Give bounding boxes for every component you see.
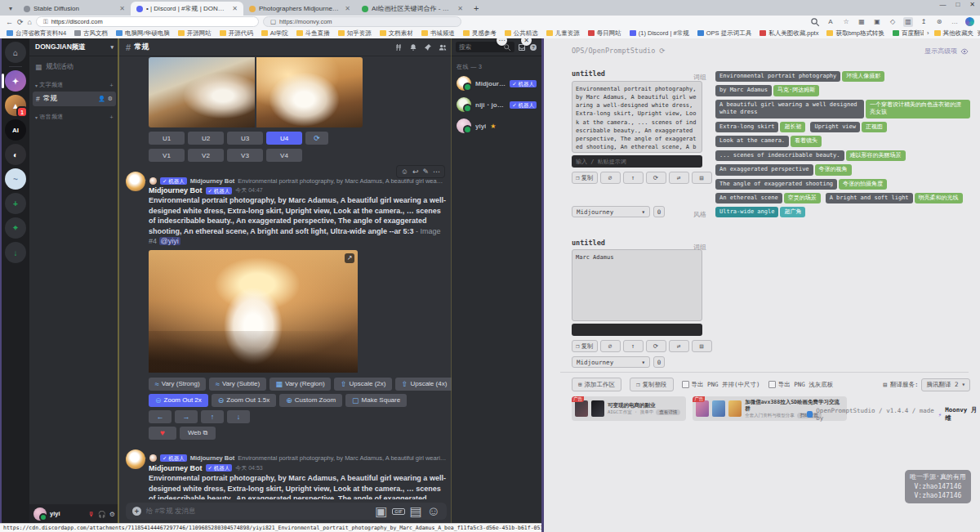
bookmark-item-16[interactable]: 私人美图收藏.pptx bbox=[760, 29, 818, 38]
edit-icon[interactable]: ✎ bbox=[422, 168, 429, 176]
threads-icon[interactable] bbox=[394, 43, 403, 51]
add-workspace-button[interactable]: ⊞添加工作区 bbox=[572, 378, 621, 391]
bookmark-item-5[interactable]: AI学院 bbox=[261, 29, 288, 38]
variation-button-v3[interactable]: V3 bbox=[227, 149, 263, 162]
share-icon[interactable]: ↥ bbox=[919, 17, 929, 27]
emoji-icon[interactable]: ☺ bbox=[427, 504, 440, 519]
upscale-button-u1[interactable]: U1 bbox=[149, 132, 185, 145]
gift-icon[interactable]: ▣ bbox=[375, 503, 387, 519]
bookmark-item-7[interactable]: 知乎资源 bbox=[338, 29, 372, 38]
upscale-button-u4[interactable]: U4 bbox=[266, 132, 302, 145]
channel-item-changgui[interactable]: # 常规 👤 ⚙ bbox=[33, 92, 116, 106]
extensions-icon[interactable]: ⊛ bbox=[934, 17, 944, 27]
prompt-tag[interactable]: ... scenes of indescribable beauty.难以形容的… bbox=[715, 150, 906, 161]
toolbar-search-icon[interactable] bbox=[810, 17, 820, 27]
prompt-output-bar-2[interactable] bbox=[572, 324, 702, 336]
arrow-pan-button[interactable]: ← bbox=[149, 410, 172, 423]
browser-tab-2[interactable]: Photographers Midjourney 关键词✕ bbox=[243, 2, 356, 16]
midjourney-upscaled-image[interactable]: ↗ bbox=[149, 250, 358, 373]
explore-servers-button[interactable]: ⌖ bbox=[5, 217, 26, 239]
tab-close-icon[interactable]: ✕ bbox=[345, 5, 350, 12]
upscale-button-u2[interactable]: U2 bbox=[188, 132, 224, 145]
help-icon[interactable]: ? bbox=[529, 43, 537, 51]
mic-muted-icon[interactable]: 🎙 bbox=[88, 511, 95, 518]
reply-icon[interactable]: ↩ bbox=[412, 168, 419, 176]
engine-select-2[interactable]: Midjourney▾ bbox=[572, 356, 650, 368]
workspace-2-name[interactable]: untitled bbox=[572, 239, 605, 247]
tab-close-icon[interactable]: ✕ bbox=[457, 5, 463, 12]
address-field-secondary[interactable]: ▢ https://moonvy.com bbox=[263, 16, 461, 27]
prompt-textarea-2[interactable]: Marc Adamus bbox=[572, 249, 702, 321]
up-button[interactable]: ↑ bbox=[623, 172, 644, 184]
zoom-out-1-5x-button[interactable]: ⊖Zoom Out 1.5x bbox=[212, 394, 276, 407]
bookmark-item-10[interactable]: 灵感参考 bbox=[463, 29, 497, 38]
member-list-icon[interactable] bbox=[439, 43, 447, 51]
tab-search-icon[interactable]: ▾ bbox=[5, 2, 16, 14]
new-tab-button[interactable]: + bbox=[474, 3, 479, 13]
channel-settings-gear-icon[interactable]: ⚙ bbox=[108, 96, 113, 102]
midjourney-grid-image[interactable] bbox=[149, 57, 363, 127]
bookmark-item-12[interactable]: 儿童资源 bbox=[546, 29, 580, 38]
refresh-icon[interactable]: ⟳ bbox=[659, 47, 665, 55]
add-voice-channel-icon[interactable]: + bbox=[110, 114, 114, 120]
server-landscape[interactable]: ▲1 bbox=[5, 95, 26, 116]
favorite-star-icon[interactable]: ☆ bbox=[841, 17, 851, 27]
bookmark-item-17[interactable]: 获取bmp格式转换 bbox=[826, 29, 884, 38]
vary-region--button[interactable]: ▦Vary (Region) bbox=[270, 378, 332, 391]
swap-button[interactable]: ⇄ bbox=[669, 172, 689, 184]
ad-banner-1[interactable]: 广告可变现的电商的副业AIGC工作室 · 接单中查看详情 bbox=[572, 396, 686, 421]
count-button-2[interactable]: 0 bbox=[653, 356, 665, 368]
copy-all-button[interactable]: ❐复制整段 bbox=[630, 378, 674, 391]
bookmark-item-3[interactable]: 开源网站 bbox=[178, 29, 212, 38]
notifications-bell-icon[interactable] bbox=[409, 43, 417, 51]
variation-button-v4[interactable]: V4 bbox=[266, 149, 302, 162]
arrow-pan-button[interactable]: → bbox=[175, 410, 198, 423]
avatar[interactable] bbox=[33, 507, 47, 521]
bookmark-item-1[interactable]: 古风文档 bbox=[74, 29, 108, 38]
more-icon[interactable]: ⋯ bbox=[433, 168, 440, 176]
count-button[interactable]: 0 bbox=[653, 206, 665, 217]
browser-tab-1[interactable]: • | Discord | #常规 | DONGJIAN频道✕ bbox=[131, 2, 243, 16]
prompt-textarea[interactable]: Environmental portrait photography, by M… bbox=[572, 81, 702, 153]
bookmark-item-4[interactable]: 开源代码 bbox=[220, 29, 253, 38]
category-text-channels[interactable]: ▾ 文字频道 + bbox=[29, 75, 119, 91]
make-square-button[interactable]: ▢Make Square bbox=[345, 394, 407, 407]
arrow-pan-button[interactable]: ↓ bbox=[227, 410, 250, 423]
prompt-tag[interactable]: An ethereal scene空灵的场景 bbox=[715, 193, 821, 203]
clear-button[interactable]: ∅ bbox=[600, 172, 621, 184]
member-row-2[interactable]: yiyi★ bbox=[452, 115, 541, 136]
reroll-button[interactable]: ⟳ bbox=[305, 132, 328, 145]
member-row-1[interactable]: niji・journey …✓ 机器人 bbox=[452, 94, 541, 115]
user-settings-gear-icon[interactable]: ⚙ bbox=[109, 511, 115, 518]
close-button[interactable]: ✕ bbox=[969, 1, 975, 8]
heart-react-button[interactable]: ♥ bbox=[149, 427, 176, 440]
up-button[interactable]: ↑ bbox=[623, 340, 644, 352]
refresh-button[interactable]: ⟳ bbox=[646, 340, 666, 352]
custom-zoom-button[interactable]: ⊕Custom Zoom bbox=[279, 394, 342, 407]
arrow-pan-button[interactable]: ↑ bbox=[201, 410, 224, 423]
export-png-size-checkbox[interactable]: 导出 PNG 并排(中尺寸) bbox=[682, 381, 760, 389]
upscale-4x--button[interactable]: ⇧Upscale (4x) bbox=[395, 378, 453, 391]
upscale-2x--button[interactable]: ⇧Upscale (2x) bbox=[334, 378, 392, 391]
bookmark-item-2[interactable]: 电脑网/华硕电脑 bbox=[116, 29, 170, 38]
bookmark-item-15[interactable]: OPS 提示词工具 bbox=[697, 29, 751, 38]
add-channel-icon[interactable]: + bbox=[110, 83, 114, 88]
server-cloud[interactable]: ~ bbox=[5, 168, 26, 190]
brand-link[interactable]: Moonvy 月维 bbox=[945, 406, 980, 422]
bot-avatar[interactable] bbox=[126, 449, 145, 469]
bookmark-item-8[interactable]: 文档素材 bbox=[380, 29, 413, 38]
headphones-icon[interactable]: 🎧 bbox=[98, 511, 106, 518]
refresh-button[interactable]: ⟳ bbox=[646, 172, 666, 184]
member-row-0[interactable]: Midjourney Bot✓ 机器人 bbox=[452, 73, 541, 94]
bookmark-item-0[interactable]: 台湾省教育资料N4 bbox=[7, 29, 66, 38]
prompt-tag[interactable]: A beautiful girl wearing a well designed… bbox=[715, 100, 970, 118]
refresh-icon[interactable]: ⟳ bbox=[17, 18, 24, 26]
tab-close-icon[interactable]: ✕ bbox=[119, 5, 125, 12]
swap-button[interactable]: ⇄ bbox=[669, 340, 689, 352]
collections-icon[interactable]: ▦ bbox=[857, 17, 866, 27]
clear-button[interactable]: ∅ bbox=[600, 340, 621, 352]
show-advanced-toggle[interactable]: 显示高级项 bbox=[924, 47, 969, 56]
sticker-icon[interactable]: ▤ bbox=[410, 503, 422, 519]
prompt-tag[interactable]: Environmental portrait photography环境人像摄影 bbox=[715, 71, 884, 82]
split-screen-icon[interactable]: ▥ bbox=[903, 17, 913, 27]
